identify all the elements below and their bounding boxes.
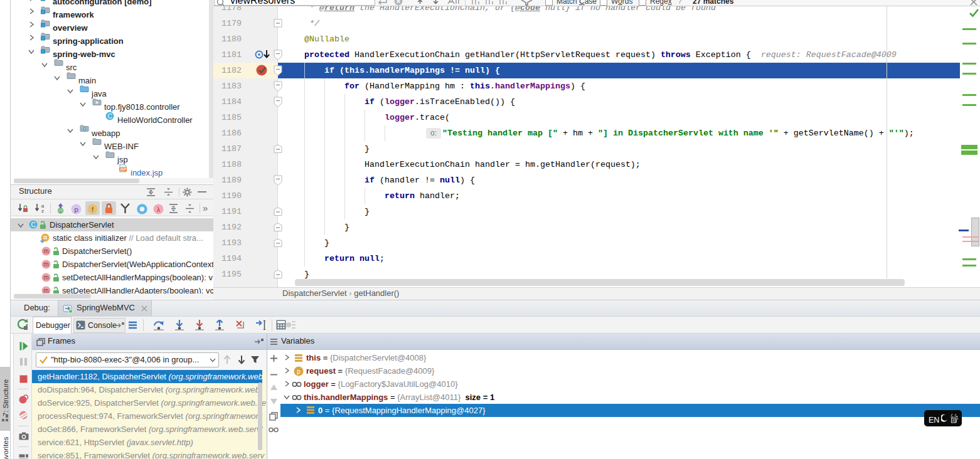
svg-text:λ: λ [157, 206, 160, 213]
svg-text:p: p [74, 206, 78, 213]
svg-text:p: p [297, 368, 301, 375]
svg-text:m: m [43, 248, 48, 255]
svg-text:C: C [107, 113, 112, 120]
svg-text:m: m [43, 261, 48, 268]
svg-text:B: B [59, 209, 61, 213]
svg-text:m: m [43, 274, 48, 281]
svg-text:z: z [41, 208, 44, 213]
svg-text:JSP: JSP [120, 167, 127, 171]
svg-text:C: C [31, 221, 35, 228]
